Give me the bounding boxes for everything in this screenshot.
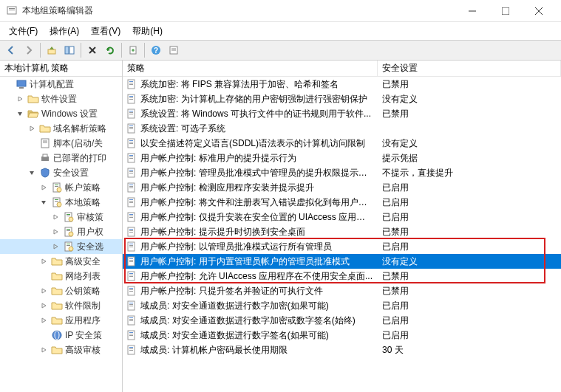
back-button[interactable] [3, 42, 19, 58]
menu-file[interactable]: 文件(F) [3, 24, 44, 39]
svg-rect-57 [129, 112, 133, 113]
policy-row[interactable]: 域成员: 对安全通道数据进行数字加密或数字签名(始终)已启用 [123, 313, 561, 328]
tree-header[interactable]: 本地计算机 策略 [0, 61, 122, 77]
tree-body[interactable]: 计算机配置软件设置Windows 设置域名解析策略脚本(启动/关已部署的打印安全… [0, 77, 122, 392]
policy-row[interactable]: 域成员: 对安全通道数据进行数字签名(如果可能)已启用 [123, 328, 561, 343]
policy-row[interactable]: 用户帐户控制: 用于内置管理员帐户的管理员批准模式没有定义 [123, 254, 561, 269]
tree-node[interactable]: 帐户策略 [0, 180, 122, 195]
forward-button[interactable] [21, 42, 37, 58]
tree-node[interactable]: 网络列表 [0, 269, 122, 283]
export-button[interactable] [125, 42, 141, 58]
policy-name: 系统加密: 为计算机上存储的用户密钥强制进行强密钥保护 [140, 93, 367, 106]
expand-icon[interactable] [38, 315, 49, 326]
policy-row[interactable]: 用户帐户控制: 检测应用程序安装并提示提升已启用 [123, 180, 561, 195]
tree-node[interactable]: 审核策 [0, 210, 122, 224]
expand-icon[interactable] [50, 227, 61, 237]
expand-icon[interactable] [27, 123, 37, 134]
tree-node[interactable]: 软件设置 [0, 92, 122, 106]
tree-node[interactable]: 高级安全 [0, 254, 122, 269]
close-button[interactable] [522, 0, 555, 22]
setting-cell: 没有定义 [378, 254, 561, 269]
policy-row[interactable]: 用户帐户控制: 仅提升安装在安全位置的 UIAccess 应用程序已启用 [123, 210, 561, 224]
policy-row[interactable]: 用户帐户控制: 允许 UIAccess 应用程序在不使用安全桌面...已禁用 [123, 269, 561, 283]
menu-help[interactable]: 帮助(H) [126, 24, 169, 39]
menu-view[interactable]: 查看(V) [85, 24, 126, 39]
policy-row[interactable]: 域成员: 对安全通道数据进行数字加密(如果可能)已启用 [123, 298, 561, 313]
help-button[interactable]: ? [148, 42, 164, 58]
expand-icon[interactable] [50, 241, 61, 252]
policy-name: 用户帐户控制: 以管理员批准模式运行所有管理员 [140, 241, 332, 253]
expand-icon[interactable] [38, 286, 49, 296]
tree-node-label: 安全选 [77, 241, 103, 253]
policy-name: 系统加密: 将 FIPS 兼容算法用于加密、哈希和签名 [140, 78, 339, 91]
up-button[interactable] [44, 42, 60, 58]
column-header-policy[interactable]: 策略 [123, 61, 378, 76]
policy-cell: 域成员: 对安全通道数据进行数字加密(如果可能) [123, 298, 378, 314]
svg-point-44 [69, 247, 73, 251]
list-body[interactable]: 系统加密: 将 FIPS 兼容算法用于加密、哈希和签名已禁用系统加密: 为计算机… [123, 77, 561, 392]
svg-rect-1 [9, 8, 15, 9]
tree-node[interactable]: 应用程序 [0, 313, 122, 328]
expand-icon[interactable] [38, 182, 49, 193]
tree-node[interactable]: 本地策略 [0, 195, 122, 210]
svg-rect-54 [129, 99, 133, 100]
policy-name: 用户帐户控制: 标准用户的提升提示行为 [140, 152, 296, 165]
policy-row[interactable]: 以安全描述符定义语言(SDDL)语法表示的计算机访问限制没有定义 [123, 136, 561, 151]
setting-cell: 没有定义 [378, 92, 561, 107]
setting-cell: 已启用 [378, 195, 561, 210]
expand-icon[interactable] [38, 345, 49, 355]
tree-node[interactable]: 域名解析策略 [0, 121, 122, 136]
svg-rect-56 [129, 111, 133, 111]
tree-node[interactable]: 安全设置 [0, 165, 122, 180]
tree-node[interactable]: Windows 设置 [0, 106, 122, 121]
collapse-icon[interactable] [15, 109, 25, 119]
script-icon [39, 137, 51, 149]
policy-row[interactable]: 用户帐户控制: 只提升签名并验证的可执行文件已禁用 [123, 283, 561, 298]
tree-node[interactable]: 脚本(启动/关 [0, 136, 122, 151]
expand-icon[interactable] [15, 94, 25, 104]
policy-row[interactable]: 系统设置: 将 Windows 可执行文件中的证书规则用于软件...已禁用 [123, 106, 561, 121]
policy-cell: 用户帐户控制: 允许 UIAccess 应用程序在不使用安全桌面... [123, 269, 378, 284]
show-hide-tree-button[interactable] [61, 42, 78, 58]
tree-node[interactable]: 公钥策略 [0, 283, 122, 298]
delete-button[interactable] [84, 42, 101, 58]
svg-point-36 [69, 217, 73, 221]
policy-cell: 用户帐户控制: 标准用户的提升提示行为 [123, 151, 378, 166]
svg-point-40 [69, 232, 73, 236]
policy-row[interactable]: 用户帐户控制: 提示提升时切换到安全桌面已禁用 [123, 224, 561, 239]
expand-icon[interactable] [38, 256, 49, 267]
policy-row[interactable]: 用户帐户控制: 以管理员批准模式运行所有管理员已启用 [123, 239, 561, 254]
expand-icon[interactable] [50, 212, 61, 222]
tree-node-label: 软件限制 [65, 300, 101, 312]
svg-rect-39 [67, 230, 70, 231]
policy-row[interactable]: 用户帐户控制: 管理员批准模式中管理员的提升权限提示的...不提示，直接提升 [123, 165, 561, 180]
policy-row[interactable]: 用户帐户控制: 将文件和注册表写入错误虚拟化到每用户位置已启用 [123, 195, 561, 210]
column-header-setting[interactable]: 安全设置 [378, 61, 561, 76]
policy-row[interactable]: 域成员: 计算机帐户密码最长使用期限30 天 [123, 343, 561, 357]
tree-node[interactable]: 用户权 [0, 224, 122, 239]
setting-cell: 已禁用 [378, 224, 561, 240]
svg-rect-98 [129, 261, 133, 262]
minimize-button[interactable] [455, 0, 489, 22]
tree-node[interactable]: 软件限制 [0, 298, 122, 313]
policy-icon [126, 137, 137, 149]
collapse-icon[interactable] [38, 197, 49, 207]
expand-icon[interactable] [38, 300, 49, 311]
setting-cell: 已启用 [378, 210, 561, 225]
properties-button[interactable] [166, 42, 182, 58]
policy-row[interactable]: 系统加密: 为计算机上存储的用户密钥强制进行强密钥保护没有定义 [123, 92, 561, 106]
maximize-button[interactable] [489, 0, 522, 22]
tree-node[interactable]: 计算机配置 [0, 77, 122, 92]
policy-row[interactable]: 系统加密: 将 FIPS 兼容算法用于加密、哈希和签名已禁用 [123, 77, 561, 92]
policy-row[interactable]: 系统设置: 可选子系统 [123, 121, 561, 136]
collapse-icon[interactable] [27, 168, 37, 178]
svg-rect-34 [67, 214, 70, 215]
refresh-button[interactable] [102, 42, 118, 58]
menu-action[interactable]: 操作(A) [44, 24, 85, 39]
policy-cell: 系统加密: 将 FIPS 兼容算法用于加密、哈希和签名 [123, 77, 378, 92]
tree-node[interactable]: 已部署的打印 [0, 151, 122, 165]
policy-row[interactable]: 用户帐户控制: 标准用户的提升提示行为提示凭据 [123, 151, 561, 165]
tree-node[interactable]: 安全选 [0, 239, 122, 254]
tree-node[interactable]: 高级审核 [0, 343, 122, 357]
tree-node[interactable]: IP 安全策 [0, 328, 122, 343]
